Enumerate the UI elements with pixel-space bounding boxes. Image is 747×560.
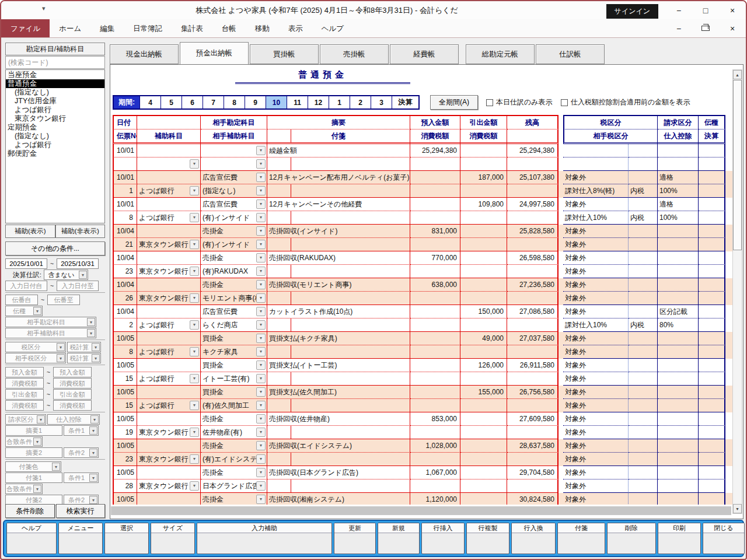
cell-deposit[interactable]: 25,294,380 <box>410 144 460 158</box>
filter-input-date-to[interactable]: 入力日付至 <box>57 281 99 291</box>
filter-cond-2[interactable]: 条件2▾ <box>64 447 99 458</box>
cell-aite-kanjo[interactable]: 買掛金▾ <box>201 332 267 345</box>
cell-zeikubun[interactable]: 対象外 <box>563 439 629 453</box>
menu-item-1[interactable]: ホーム <box>50 19 90 37</box>
cell-dropdown-icon[interactable]: ▾ <box>190 267 199 276</box>
cell-aite-hojo[interactable]: キクチ家具▾ <box>201 345 267 359</box>
cell-naizei-top[interactable] <box>629 493 658 505</box>
cell-shiire[interactable]: 80% <box>658 318 699 332</box>
cell-naizei-top[interactable] <box>629 278 658 292</box>
dropdown-icon[interactable]: ▾ <box>37 415 45 424</box>
filter-match-2[interactable]: 合致条件▾ <box>5 484 43 494</box>
cell-hojo-top[interactable] <box>137 386 201 399</box>
cell-aite-hojo[interactable]: 佐井物産(有)▾ <box>201 426 267 439</box>
cell-naizei[interactable] <box>629 158 658 171</box>
cell-tekiyo[interactable]: 売掛回収(佐井物産) <box>267 412 410 426</box>
cell-deposit-tax[interactable] <box>410 399 460 412</box>
cell-denshu[interactable] <box>699 412 725 426</box>
filter-date-from[interactable]: 2025/10/01 <box>5 258 47 269</box>
cell-kessan[interactable] <box>699 426 725 439</box>
period-month-7[interactable]: 7 <box>203 96 224 108</box>
cell-date[interactable]: 10/05 <box>113 332 137 345</box>
cell-tekiyo[interactable]: カットイラスト作成(10点) <box>267 305 410 318</box>
cell-withdraw[interactable] <box>460 493 507 505</box>
cell-kessan[interactable] <box>699 399 725 412</box>
cell-dropdown-icon[interactable]: ▾ <box>190 186 199 195</box>
tab-4[interactable]: 経費帳 <box>390 44 459 64</box>
cell-deposit-tax[interactable] <box>410 318 460 332</box>
cell-hojo[interactable]: よつば銀行▾ <box>137 399 201 412</box>
hojo-show-button[interactable]: 補助(表示) <box>5 225 55 238</box>
cell-dropdown-icon[interactable]: ▾ <box>256 213 266 222</box>
cell-dropdown-icon[interactable]: ▾ <box>256 200 266 209</box>
cell-tekiyo[interactable]: 売掛回収(エイドシステム) <box>267 439 410 453</box>
cell-shiire[interactable] <box>658 345 699 359</box>
cell-balance[interactable]: 26,756,580 <box>507 386 558 399</box>
cell-naizei-top[interactable] <box>629 171 658 184</box>
dropdown-icon[interactable]: ▾ <box>57 343 65 351</box>
account-item[interactable]: JTY信用金庫 <box>6 97 104 106</box>
cell-date[interactable]: 10/04 <box>113 251 137 265</box>
cell-date[interactable]: 10/05 <box>113 493 137 505</box>
cell-withdraw[interactable]: 150,000 <box>460 305 507 318</box>
tab-1[interactable]: 預金出納帳 <box>180 42 249 64</box>
hojo-hide-button[interactable]: 補助(非表示) <box>55 225 106 238</box>
cell-seikyu[interactable] <box>658 359 699 372</box>
cell-deposit-tax[interactable] <box>410 372 460 386</box>
cell-deposit-tax[interactable] <box>410 158 460 171</box>
period-month-5[interactable]: 5 <box>160 96 181 108</box>
cell-deposit[interactable]: 1,120,000 <box>410 493 460 505</box>
cell-deposit[interactable]: 853,000 <box>410 412 460 426</box>
cell-tekiyo[interactable]: 12月キャンペーン配布用ノベルティ(お菓子) <box>267 171 410 184</box>
cell-voucher-no[interactable]: 8 <box>113 211 137 225</box>
doc-restore-icon[interactable] <box>701 26 710 31</box>
cell-denshu[interactable] <box>699 359 725 372</box>
cell-balance[interactable]: 28,637,580 <box>507 439 558 453</box>
cell-deposit-tax[interactable] <box>410 453 460 466</box>
cell-aite-zeikubun[interactable]: 対象外 <box>563 399 629 412</box>
period-month-8[interactable]: 8 <box>224 96 245 108</box>
scrollbar-thumb[interactable] <box>733 80 742 250</box>
cell-voucher-no[interactable]: 23 <box>113 265 137 278</box>
cell-deposit[interactable]: 1,028,000 <box>410 439 460 453</box>
maximize-icon[interactable]: □ <box>701 6 710 15</box>
cell-date[interactable]: 10/04 <box>113 278 137 292</box>
tab-0[interactable]: 現金出納帳 <box>110 44 179 64</box>
cell-deposit[interactable]: 770,000 <box>410 251 460 265</box>
cell-zeikubun[interactable]: 対象外 <box>563 493 629 505</box>
cell-aite-hojo[interactable]: ▾ <box>201 158 267 171</box>
cell-hojo[interactable]: 東京タウン銀行▾ <box>137 238 201 251</box>
cell-deposit[interactable] <box>410 359 460 372</box>
cell-dropdown-icon[interactable]: ▾ <box>256 159 266 169</box>
cell-fusen[interactable] <box>267 426 410 439</box>
cell-balance-sub[interactable] <box>507 238 558 251</box>
cell-naizei-top[interactable] <box>629 466 658 480</box>
dropdown-icon[interactable]: ▾ <box>33 307 41 315</box>
cell-balance[interactable]: 25,294,380 <box>507 144 558 158</box>
cell-fusen[interactable] <box>267 318 410 332</box>
cell-dropdown-icon[interactable]: ▾ <box>190 428 199 437</box>
cell-dropdown-icon[interactable]: ▾ <box>256 253 266 262</box>
cell-dropdown-icon[interactable]: ▾ <box>190 454 199 464</box>
filter-tax-to-2[interactable]: 消費税額 <box>53 400 92 411</box>
cell-kessan[interactable] <box>699 211 725 225</box>
dropdown-icon[interactable]: ▾ <box>87 318 95 326</box>
menu-item-7[interactable]: 表示 <box>279 19 312 37</box>
cell-aite-zeikubun[interactable]: 対象外 <box>563 238 629 251</box>
cell-shiire[interactable] <box>658 292 699 305</box>
cell-deposit-tax[interactable] <box>410 184 460 198</box>
account-item[interactable]: 普通預金 <box>6 79 104 88</box>
cell-dropdown-icon[interactable]: ▾ <box>190 293 199 303</box>
cell-dropdown-icon[interactable]: ▾ <box>256 414 266 424</box>
filter-voucher-to[interactable]: 伝番至 <box>47 295 80 305</box>
cell-tekiyo[interactable]: 買掛支払(イトー工芸) <box>267 359 410 372</box>
cell-naizei-top[interactable] <box>629 386 658 399</box>
filter-denshu[interactable]: 伝種▾ <box>5 306 43 316</box>
cell-tekiyo[interactable]: 買掛支払(佐久間加工) <box>267 386 410 399</box>
period-month-10[interactable]: 10 <box>266 96 287 108</box>
cell-date[interactable]: 10/04 <box>113 225 137 238</box>
cell-fusen[interactable] <box>267 399 410 412</box>
cell-naizei[interactable]: 内税 <box>629 318 658 332</box>
account-item[interactable]: 定期預金 <box>6 123 104 132</box>
cell-dropdown-icon[interactable]: ▾ <box>256 387 266 397</box>
